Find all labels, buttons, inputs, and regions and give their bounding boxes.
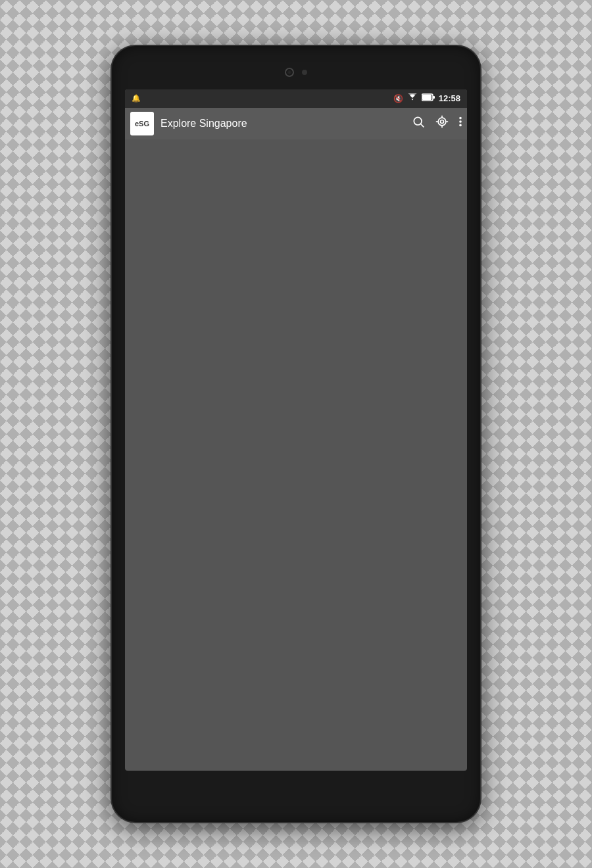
app-bar: eSG Explore Singapore: [125, 108, 467, 139]
tablet-bottom: [121, 776, 471, 809]
status-right: 🔇 12:58: [393, 93, 460, 103]
status-bar: 🔔 🔇 12:58: [125, 89, 467, 108]
battery-icon: [422, 93, 435, 103]
app-bar-actions: [412, 115, 462, 132]
camera-indicator: [302, 70, 307, 75]
app-title: Explore Singapore: [160, 118, 405, 130]
svg-point-13: [459, 124, 462, 127]
camera-lens: [285, 68, 294, 77]
search-icon[interactable]: [412, 115, 425, 132]
svg-point-5: [441, 120, 444, 124]
svg-point-12: [459, 121, 462, 124]
tablet-screen: 🔔 🔇 12:58: [125, 89, 467, 771]
status-left: 🔔: [132, 94, 141, 103]
mute-icon: 🔇: [393, 94, 403, 103]
svg-point-11: [459, 117, 462, 120]
svg-line-4: [421, 124, 424, 128]
more-icon[interactable]: [459, 116, 462, 131]
wifi-icon: [407, 93, 418, 103]
notification-icon: 🔔: [132, 94, 141, 103]
svg-point-6: [438, 118, 446, 126]
svg-rect-1: [433, 96, 435, 99]
app-logo: eSG: [130, 112, 154, 135]
tablet-device: 🔔 🔇 12:58: [112, 46, 480, 822]
location-icon[interactable]: [435, 115, 449, 132]
tablet-top-bar: [121, 59, 471, 85]
status-time: 12:58: [439, 93, 460, 103]
svg-rect-2: [422, 95, 432, 100]
svg-point-3: [414, 118, 422, 126]
